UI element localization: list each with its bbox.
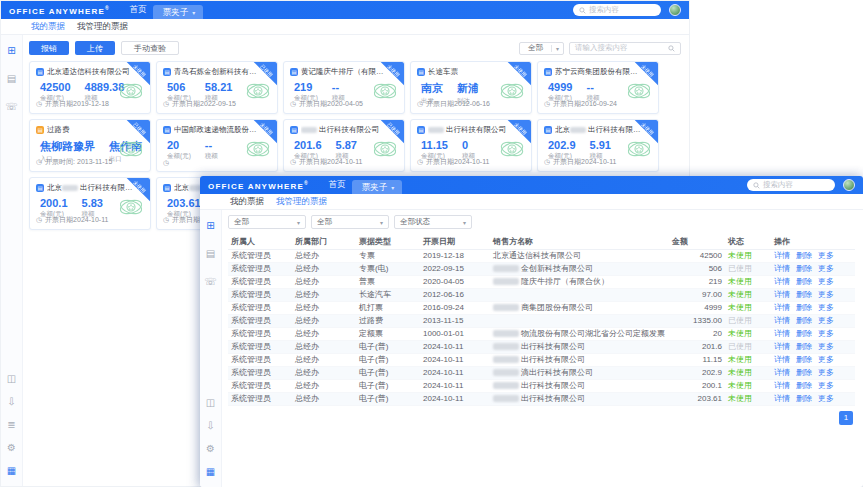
more-link[interactable]: 更多 (818, 316, 834, 325)
detail-link[interactable]: 详情 (774, 277, 790, 286)
delete-link[interactable]: 删除 (796, 381, 812, 390)
invoice-icon[interactable]: ▤ (204, 246, 218, 260)
tab-home[interactable]: 首页 (124, 4, 153, 16)
detail-link[interactable]: 详情 (774, 381, 790, 390)
panel-icon[interactable]: ◫ (204, 395, 218, 409)
cell-dept: 总经办 (292, 340, 356, 353)
breadcrumb-my-invoices[interactable]: 我的票据 (31, 21, 65, 33)
reimburse-button[interactable]: 报销 (29, 41, 69, 55)
delete-link[interactable]: 删除 (796, 316, 812, 325)
settings-icon[interactable]: ⚙ (5, 440, 19, 454)
tab-home[interactable]: 首页 (323, 179, 352, 191)
invoice-card[interactable]: 过路费 焦柳路豫界入口 焦作南出口 已使用 ◷开票时间: 2013-11-15 (29, 119, 151, 172)
table-row[interactable]: 系统管理员 总经办 电子(普) 2024-10-11 出行科技有限公司 201.… (228, 340, 855, 353)
detail-link[interactable]: 详情 (774, 264, 790, 273)
detail-link[interactable]: 详情 (774, 290, 790, 299)
delete-link[interactable]: 删除 (796, 251, 812, 260)
table-row[interactable]: 系统管理员 总经办 普票 2020-04-05 隆庆牛排厅（有限合伙） 219 … (228, 275, 855, 288)
invoice-card[interactable]: 青岛石炼金创新科技有限公司 506金额(元) 58.21税额 已使用 ◷开票日期… (156, 61, 278, 114)
table-row[interactable]: 系统管理员 总经办 过路费 2013-11-15 1335.00 已使用 详情删… (228, 314, 855, 327)
user-avatar[interactable] (843, 179, 855, 191)
invoice-card[interactable]: 出行科技有限公司 11.15金额(元) 0税额 未使用 ◷开票日期2024-10… (410, 119, 532, 172)
delete-link[interactable]: 删除 (796, 355, 812, 364)
more-link[interactable]: 更多 (818, 329, 834, 338)
table-row[interactable]: 系统管理员 总经办 定额票 1000-01-01 物流股份有限公司湖北省分公司定… (228, 327, 855, 340)
modules-icon[interactable]: ▦ (5, 463, 19, 477)
invoice-card[interactable]: 长途车票 南京出发 新浦到达 未使用 ◷开票日期2012-06-16 (410, 61, 532, 114)
breadcrumb-managed-invoices[interactable]: 我管理的票据 (77, 21, 128, 33)
table-row[interactable]: 系统管理员 总经办 电子(普) 2024-10-11 出行科技有限公司 11.1… (228, 353, 855, 366)
delete-link[interactable]: 删除 (796, 342, 812, 351)
tab-piaojiazi[interactable]: 票夹子▾ (352, 180, 403, 194)
delete-link[interactable]: 删除 (796, 394, 812, 403)
settings-icon[interactable]: ⚙ (204, 441, 218, 455)
table-row[interactable]: 系统管理员 总经办 专票(电) 2022-09-15 金创新科技有限公司 506… (228, 262, 855, 275)
page-1-button[interactable]: 1 (839, 411, 853, 425)
delete-link[interactable]: 删除 (796, 277, 812, 286)
detail-link[interactable]: 详情 (774, 303, 790, 312)
invoice-card[interactable]: 黄记隆庆牛排厅（有限合伙） 219金额(元) --税额 未使用 ◷开票日期202… (283, 61, 405, 114)
more-link[interactable]: 更多 (818, 290, 834, 299)
delete-link[interactable]: 删除 (796, 290, 812, 299)
invoice-card[interactable]: 北京通达信科技有限公司 42500金额(元) 4889.38税额 未使用 ◷开票… (29, 61, 151, 114)
global-search-input[interactable]: 搜索内容 (573, 4, 661, 16)
table-row[interactable]: 系统管理员 总经办 电子(普) 2024-10-11 出行科技有限公司 200.… (228, 379, 855, 392)
table-row[interactable]: 系统管理员 总经办 专票 2019-12-18 北京通达信科技有限公司 4250… (228, 249, 855, 262)
download-icon[interactable]: ⇩ (5, 394, 19, 408)
detail-link[interactable]: 详情 (774, 251, 790, 260)
invoice-card[interactable]: 中国邮政速递物流股份有限公司湖北... 20金额(元) --税额 未使用 ◷ (156, 119, 278, 172)
cell-seller: 物流股份有限公司湖北省分公司定额发票 (490, 327, 669, 340)
cell-amount: 4999 (669, 301, 725, 314)
invoice-icon[interactable]: ▤ (5, 71, 19, 85)
invoice-card[interactable]: 北京出行科技有限公司 202.9金额(元) 5.91税额 未使用 ◷开票日期20… (537, 119, 659, 172)
download-icon[interactable]: ⇩ (204, 418, 218, 432)
more-link[interactable]: 更多 (818, 394, 834, 403)
tab-piaojiazi[interactable]: 票夹子▾ (153, 5, 204, 19)
table-row[interactable]: 系统管理员 总经办 电子(普) 2024-10-11 出行科技有限公司 203.… (228, 392, 855, 405)
type-filter-select[interactable]: 全部 ▾ (519, 42, 564, 55)
contacts-icon[interactable]: ☏ (204, 274, 218, 288)
table-row[interactable]: 系统管理员 总经办 机打票 2016-09-24 商集团股份有限公司 4999 … (228, 301, 855, 314)
breadcrumb-managed-invoices[interactable]: 我管理的票据 (276, 196, 327, 208)
detail-link[interactable]: 详情 (774, 342, 790, 351)
detail-link[interactable]: 详情 (774, 329, 790, 338)
delete-link[interactable]: 删除 (796, 303, 812, 312)
more-link[interactable]: 更多 (818, 303, 834, 312)
table-row[interactable]: 系统管理员 总经办 电子(普) 2024-10-11 滴出行科技有限公司 202… (228, 366, 855, 379)
invoice-card[interactable]: 北京出行科技有限公司 200.1金额(元) 5.83税额 未使用 ◷开票日期20… (29, 177, 151, 230)
card-title: 北京出行科技有限公司 (555, 125, 643, 135)
delete-link[interactable]: 删除 (796, 368, 812, 377)
invoice-search-input[interactable]: 请输入搜索内容 (569, 42, 681, 55)
upload-button[interactable]: 上传 (75, 41, 115, 55)
delete-link[interactable]: 删除 (796, 329, 812, 338)
detail-link[interactable]: 详情 (774, 368, 790, 377)
manual-check-button[interactable]: 手动查验 (121, 41, 179, 55)
modules-icon[interactable]: ▦ (204, 464, 218, 478)
delete-link[interactable]: 删除 (796, 264, 812, 273)
more-link[interactable]: 更多 (818, 264, 834, 273)
breadcrumb-my-invoices[interactable]: 我的票据 (230, 196, 264, 208)
detail-link[interactable]: 详情 (774, 316, 790, 325)
owner-filter-select[interactable]: 全部▾ (228, 215, 306, 229)
more-link[interactable]: 更多 (818, 368, 834, 377)
more-link[interactable]: 更多 (818, 381, 834, 390)
contacts-icon[interactable]: ☏ (5, 99, 19, 113)
dept-filter-select[interactable]: 全部▾ (311, 215, 389, 229)
more-link[interactable]: 更多 (818, 277, 834, 286)
panel-icon[interactable]: ◫ (5, 371, 19, 385)
status-filter-select[interactable]: 全部状态▾ (394, 215, 472, 229)
front-sidebar: ⊞▤☏ ◫⇩⚙▦ (200, 210, 222, 487)
detail-link[interactable]: 详情 (774, 394, 790, 403)
invoice-card[interactable]: 苏宁云商集团股份有限公司 4999金额(元) --税额 未使用 ◷开票日期201… (537, 61, 659, 114)
global-search-input[interactable]: 搜索内容 (747, 179, 835, 191)
more-link[interactable]: 更多 (818, 355, 834, 364)
user-avatar[interactable] (669, 4, 681, 16)
detail-link[interactable]: 详情 (774, 355, 790, 364)
apps-icon[interactable]: ⊞ (204, 218, 218, 232)
more-link[interactable]: 更多 (818, 342, 834, 351)
table-row[interactable]: 系统管理员 总经办 长途汽车 2012-06-16 97.00 未使用 详情删除… (228, 288, 855, 301)
more-link[interactable]: 更多 (818, 251, 834, 260)
apps-icon[interactable]: ⊞ (5, 43, 19, 57)
list-icon[interactable]: ≣ (5, 417, 19, 431)
invoice-card[interactable]: 出行科技有限公司 201.6金额(元) 5.87税额 已使用 ◷开票日期2024… (283, 119, 405, 172)
